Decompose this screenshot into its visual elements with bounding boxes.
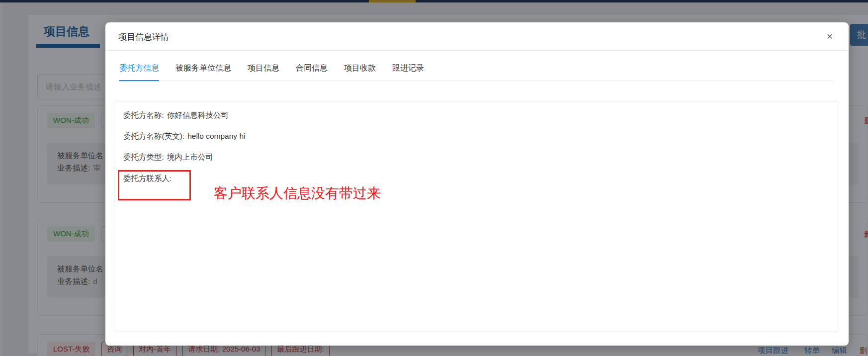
- modal-tabs: 委托方信息 被服务单位信息 项目信息 合同信息 项目收款 跟进记录: [119, 63, 835, 81]
- tab-client-info[interactable]: 委托方信息: [119, 63, 159, 81]
- field-client-name: 委托方名称:你好信息科技公司: [123, 110, 229, 121]
- annotation-text: 客户联系人信息没有带过来: [214, 184, 381, 203]
- tab-project-info[interactable]: 项目信息: [248, 63, 279, 81]
- modal-title: 项目信息详情: [118, 31, 169, 43]
- tab-project-receipts[interactable]: 项目收款: [344, 63, 376, 81]
- tab-contract-info[interactable]: 合同信息: [296, 63, 328, 81]
- field-client-type: 委托方类型:境内上市公司: [123, 152, 213, 163]
- tab-followup-records[interactable]: 跟进记录: [392, 63, 424, 81]
- screen: 项目信息 批 WON-成功 删 被服务单位名 业务描述:审 WON-成功 删: [0, 0, 868, 356]
- modal-header-divider: [105, 50, 849, 51]
- field-client-name-en: 委托方名称(英文):hello company hi: [123, 131, 245, 142]
- highlight-red-box: [118, 170, 191, 200]
- tab-served-unit-info[interactable]: 被服务单位信息: [175, 63, 231, 81]
- close-icon[interactable]: ×: [822, 28, 838, 44]
- client-info-panel: 委托方名称:你好信息科技公司 委托方名称(英文):hello company h…: [114, 101, 839, 332]
